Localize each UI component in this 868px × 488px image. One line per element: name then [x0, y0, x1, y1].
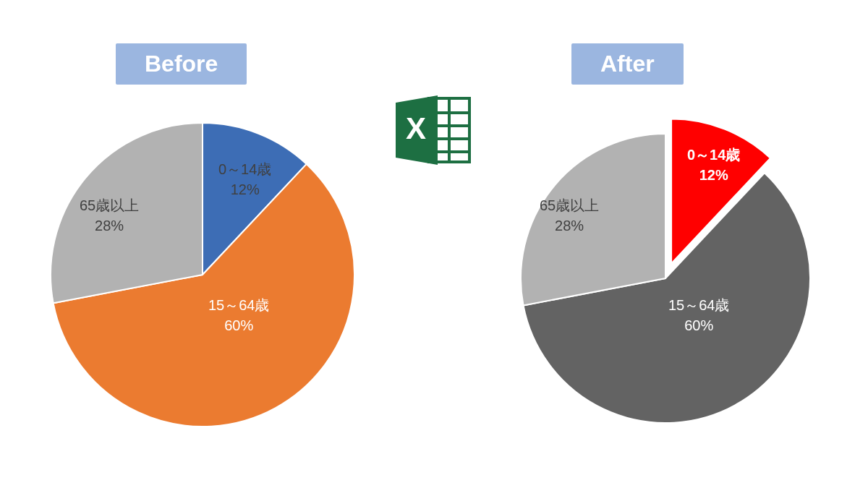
- excel-icon: X: [394, 94, 474, 169]
- label-before-65plus: 65歳以上 28%: [80, 195, 139, 236]
- label-before-0-14: 0～14歳 12%: [218, 159, 271, 200]
- title-before: Before: [116, 43, 247, 85]
- pie-after: 0～14歳 12% 15～64歳 60% 65歳以上 28%: [499, 108, 832, 441]
- excel-icon-letter: X: [406, 111, 426, 145]
- pie-before: 0～14歳 12% 15～64歳 60% 65歳以上 28%: [36, 108, 369, 441]
- label-before-15-64: 15～64歳 60%: [208, 295, 270, 335]
- chart-stage: Before After X 0～14歳 12% 15～64歳 60% 6: [0, 0, 868, 488]
- label-after-65plus: 65歳以上 28%: [540, 195, 599, 236]
- label-after-0-14: 0～14歳 12%: [687, 145, 740, 185]
- title-after: After: [571, 43, 684, 85]
- label-after-15-64: 15～64歳 60%: [668, 295, 730, 335]
